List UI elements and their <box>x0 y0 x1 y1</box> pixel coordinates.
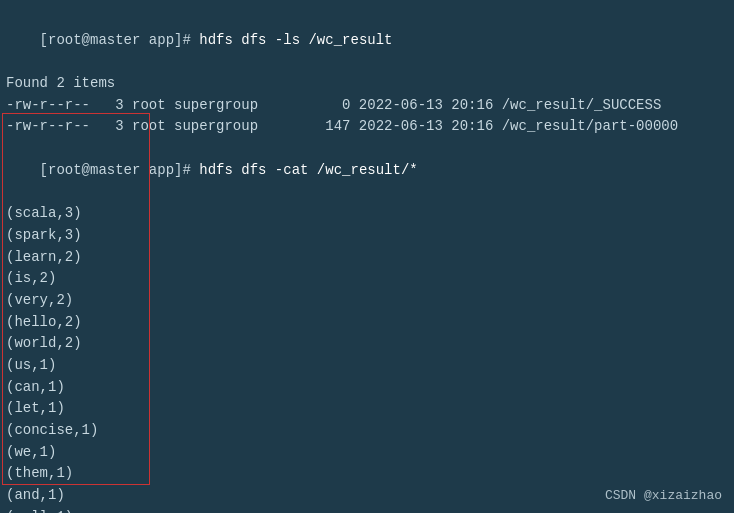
line-14: (can,1) <box>6 377 728 399</box>
line-7: (spark,3) <box>6 225 728 247</box>
line-12: (world,2) <box>6 333 728 355</box>
line-5: [root@master app]# hdfs dfs -cat /wc_res… <box>6 138 728 203</box>
line-3: -rw-r--r-- 3 root supergroup 0 2022-06-1… <box>6 95 728 117</box>
line-20: (well,1) <box>6 507 728 513</box>
watermark: CSDN @xizaizhao <box>605 488 722 503</box>
line-9: (is,2) <box>6 268 728 290</box>
line-11: (hello,2) <box>6 312 728 334</box>
prompt-2: [root@master app]# <box>40 162 200 178</box>
line-10: (very,2) <box>6 290 728 312</box>
line-1: [root@master app]# hdfs dfs -ls /wc_resu… <box>6 8 728 73</box>
line-2: Found 2 items <box>6 73 728 95</box>
line-18: (them,1) <box>6 463 728 485</box>
line-13: (us,1) <box>6 355 728 377</box>
command-1: hdfs dfs -ls /wc_result <box>199 32 392 48</box>
terminal-window: [root@master app]# hdfs dfs -ls /wc_resu… <box>0 0 734 513</box>
command-2: hdfs dfs -cat /wc_result/* <box>199 162 417 178</box>
line-15: (let,1) <box>6 398 728 420</box>
line-4: -rw-r--r-- 3 root supergroup 147 2022-06… <box>6 116 728 138</box>
line-16: (concise,1) <box>6 420 728 442</box>
line-17: (we,1) <box>6 442 728 464</box>
line-6: (scala,3) <box>6 203 728 225</box>
prompt-1: [root@master app]# <box>40 32 200 48</box>
line-8: (learn,2) <box>6 247 728 269</box>
